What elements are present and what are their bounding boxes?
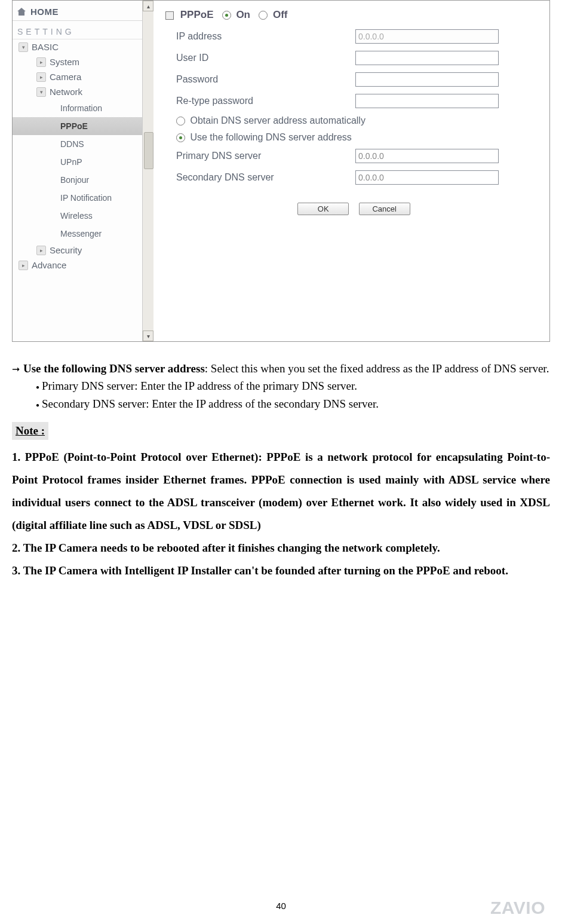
form-title-row: PPPoE On Off [165, 9, 542, 21]
tree-advance[interactable]: ▸ Advance [13, 258, 143, 273]
primary-dns-label: Primary DNS server [165, 151, 355, 161]
para-rest: : Select this when you set the fixed add… [205, 362, 549, 375]
dns-auto-label: Obtain DNS server address automatically [190, 115, 365, 126]
cancel-button[interactable]: Cancel [359, 203, 410, 215]
note-header: Note : [12, 422, 48, 439]
retype-input[interactable] [355, 94, 499, 108]
tree-basic[interactable]: ▾ BASIC [13, 39, 143, 54]
tree-wireless[interactable]: Wireless [13, 207, 143, 225]
sidebar: HOME SETTING ▾ BASIC ▸ System ▸ Camera ▾… [13, 1, 143, 341]
chevron-down-icon: ▾ [19, 42, 28, 52]
radio-on[interactable] [222, 11, 231, 20]
tree-label: System [50, 57, 79, 67]
form-title: PPPoE [180, 9, 214, 20]
tree-network[interactable]: ▾ Network [13, 84, 143, 99]
tree-messenger[interactable]: Messenger [13, 225, 143, 243]
config-ui-screenshot: HOME SETTING ▾ BASIC ▸ System ▸ Camera ▾… [12, 0, 550, 342]
off-label: Off [273, 9, 288, 20]
scroll-down-icon[interactable]: ▾ [143, 331, 153, 341]
button-row: OK Cancel [165, 203, 542, 215]
home-icon [17, 8, 27, 16]
tree-upnp[interactable]: UPnP [13, 153, 143, 171]
tree-label: Advance [32, 260, 66, 270]
tree-bonjour[interactable]: Bonjour [13, 171, 143, 189]
bullet-secondary: Secondary DNS server: Enter the IP addre… [36, 395, 550, 412]
retype-label: Re-type password [165, 96, 355, 106]
document-text: Use the following DNS server address: Se… [12, 360, 550, 582]
tree-label: Security [50, 245, 82, 255]
tree-security[interactable]: ▸ Security [13, 243, 143, 258]
watermark-logo: ZAVIO [490, 898, 545, 918]
ip-label: IP address [165, 31, 355, 42]
secondary-dns-label: Secondary DNS server [165, 172, 355, 183]
tree-label: Camera [50, 72, 81, 82]
password-label: Password [165, 74, 355, 85]
ok-button[interactable]: OK [297, 203, 349, 215]
on-label: On [236, 9, 250, 20]
scroll-up-icon[interactable]: ▴ [143, 1, 153, 11]
pppoe-form: PPPoE On Off IP address User ID Password [165, 9, 542, 215]
userid-label: User ID [165, 53, 355, 63]
para-dns-manual: Use the following DNS server address: Se… [12, 360, 550, 377]
tree-label: BASIC [32, 42, 59, 52]
primary-dns-input[interactable] [355, 149, 499, 163]
dns-manual-label: Use the following DNS server address [190, 132, 351, 142]
dns-auto-row[interactable]: Obtain DNS server address automatically [165, 115, 542, 126]
ip-input[interactable] [355, 29, 499, 44]
radio-dns-auto[interactable] [176, 117, 185, 126]
tree-information[interactable]: Information [13, 99, 143, 117]
tree-label: Network [50, 87, 82, 97]
note-3: 3. The IP Camera with Intelligent IP Ins… [12, 559, 550, 582]
tree-ipnotification[interactable]: IP Notification [13, 189, 143, 207]
tree-camera[interactable]: ▸ Camera [13, 69, 143, 84]
tree-ddns[interactable]: DDNS [13, 135, 143, 153]
home-link[interactable]: HOME [13, 1, 143, 21]
radio-off[interactable] [259, 11, 268, 20]
dns-manual-row[interactable]: Use the following DNS server address [165, 132, 542, 143]
para-bold: Use the following DNS server address [23, 362, 205, 375]
sidebar-scrollbar[interactable]: ▴ ▾ [142, 1, 153, 341]
chevron-right-icon: ▸ [36, 72, 46, 82]
chevron-right-icon: ▸ [36, 246, 46, 255]
bullet-primary: Primary DNS server: Enter the IP address… [36, 377, 550, 394]
chevron-right-icon: ▸ [19, 261, 28, 270]
note-2: 2. The IP Camera needs to be rebooted af… [12, 537, 550, 559]
home-label: HOME [30, 7, 59, 17]
scroll-thumb[interactable] [144, 132, 153, 169]
secondary-dns-input[interactable] [355, 170, 499, 185]
tree-system[interactable]: ▸ System [13, 54, 143, 69]
note-1: 1. PPPoE (Point-to-Point Protocol over E… [12, 446, 550, 537]
userid-input[interactable] [355, 51, 499, 65]
chevron-down-icon: ▾ [36, 87, 46, 97]
setting-header: SETTING [13, 21, 143, 39]
pppoe-checkbox[interactable] [165, 11, 174, 20]
chevron-right-icon: ▸ [36, 57, 46, 67]
radio-dns-manual[interactable] [176, 133, 185, 142]
tree-pppoe[interactable]: PPPoE [13, 117, 143, 135]
page-number: 40 [0, 901, 562, 911]
password-input[interactable] [355, 72, 499, 87]
